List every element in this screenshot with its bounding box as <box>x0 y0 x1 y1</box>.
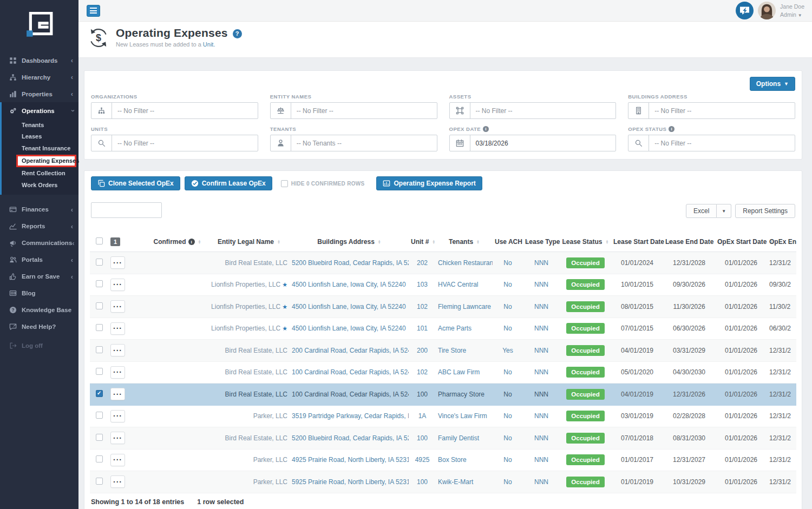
hide-confirmed-rows-toggle[interactable]: HIDE 0 CONFIRMED ROWS <box>281 180 365 187</box>
excel-caret-button[interactable]: ▼ <box>717 204 731 218</box>
sidebar-item-earn-or-save[interactable]: Earn or Save‹ <box>0 268 78 285</box>
entity-link[interactable]: Lionfish Properties, LLC <box>211 281 280 288</box>
row-actions-button[interactable]: ··· <box>110 366 125 379</box>
address-link[interactable]: 5925 Prairie Road, North Liberty, IA 523… <box>292 478 409 486</box>
sidebar-item-rent-collection[interactable]: Rent Collection <box>2 168 78 180</box>
sidebar-item-work-orders[interactable]: Work Orders <box>2 179 78 191</box>
column-header-opex-start-date[interactable]: OpEx Start Date▲▼ <box>715 235 767 252</box>
row-checkbox[interactable] <box>96 259 103 266</box>
organizations-filter-input[interactable]: -- No Filter -- <box>91 102 258 119</box>
row-actions-button[interactable]: ··· <box>110 279 125 291</box>
row-actions-button[interactable]: ··· <box>110 410 125 422</box>
row-checkbox[interactable] <box>96 280 103 287</box>
sidebar-item-reports[interactable]: Reports‹ <box>0 218 78 235</box>
unit-link[interactable]: Unit. <box>203 41 215 48</box>
table-search-input[interactable] <box>91 202 162 218</box>
sidebar-item-leases[interactable]: Leases <box>2 131 78 143</box>
tenant-link[interactable]: Fleming Lawncare <box>438 303 491 310</box>
row-checkbox[interactable] <box>96 390 103 397</box>
options-button[interactable]: Options▼ <box>750 77 795 91</box>
excel-button[interactable]: Excel <box>686 204 717 218</box>
opex-date-filter-input[interactable]: 03/18/2026 <box>449 135 617 151</box>
sidebar-item-tenants[interactable]: Tenants <box>2 119 78 131</box>
entity-link[interactable]: Bird Real Estate, LLC <box>225 259 287 267</box>
entity-link[interactable]: Bird Real Estate, LLC <box>225 391 287 398</box>
feedback-chat-icon[interactable] <box>736 2 754 19</box>
tenant-link[interactable]: Pharmacy Store <box>438 391 484 398</box>
tenant-link[interactable]: HVAC Central <box>438 281 478 288</box>
sidebar-item-blog[interactable]: Blog <box>0 285 78 302</box>
row-checkbox[interactable] <box>96 455 103 462</box>
entity-link[interactable]: Lionfish Properties, LLC <box>211 325 280 332</box>
unit-link[interactable]: 102 <box>417 303 428 310</box>
sidebar-item-knowledge-base[interactable]: ?Knowledge Base <box>0 302 78 319</box>
user-avatar[interactable] <box>758 2 776 19</box>
column-header-confirmed[interactable]: Confirmedi▲▼ <box>146 235 208 252</box>
entity-link[interactable]: Bird Real Estate, LLC <box>225 368 287 376</box>
confirm-lease-opex-button[interactable]: Confirm Lease OpEx <box>185 176 272 190</box>
help-icon[interactable]: ? <box>233 29 242 38</box>
entity-link[interactable]: Parker, LLC <box>253 478 287 486</box>
sidebar-item-finances[interactable]: Finances‹ <box>0 201 78 218</box>
tenant-link[interactable]: ABC Law Firm <box>438 368 480 376</box>
column-header-lease-type[interactable]: Lease Type▲▼ <box>523 235 560 252</box>
column-header-use-ach[interactable]: Use ACH▲▼ <box>493 235 523 252</box>
sidebar-item-log-off[interactable]: Log off <box>0 338 78 354</box>
entity-link[interactable]: Bird Real Estate, LLC <box>225 347 287 354</box>
select-all-checkbox[interactable] <box>96 237 103 244</box>
row-actions-button[interactable]: ··· <box>110 322 125 335</box>
column-header-entity-legal-name[interactable]: Entity Legal Name▲▼ <box>208 235 290 252</box>
tenant-link[interactable]: Box Store <box>438 456 467 464</box>
entity-link[interactable]: Bird Real Estate, LLC <box>225 434 287 442</box>
unit-link[interactable]: 1A <box>418 412 427 420</box>
address-link[interactable]: 4500 Lionfish Lane, Iowa City, IA 52240 <box>292 281 406 288</box>
address-link[interactable]: 100 Cardinal Road, Cedar Rapids, IA 5240… <box>292 368 409 376</box>
tenant-link[interactable]: Family Dentist <box>438 434 479 442</box>
column-header-buildings-address[interactable]: Buildings Address▲▼ <box>290 235 409 252</box>
unit-link[interactable]: 202 <box>417 259 428 267</box>
unit-link[interactable]: 200 <box>417 347 428 354</box>
column-header-lease-end-date[interactable]: Lease End Date▲▼ <box>663 235 715 252</box>
buildings-address-filter-input[interactable]: -- No Filter -- <box>628 102 795 119</box>
unit-link[interactable]: 101 <box>417 325 428 332</box>
units-filter-input[interactable]: -- No Filter -- <box>91 135 258 151</box>
row-checkbox[interactable] <box>96 434 103 441</box>
row-actions-button[interactable]: ··· <box>110 432 125 444</box>
column-header-lease-status[interactable]: Lease Status▲▼ <box>560 235 611 252</box>
sidebar-item-properties[interactable]: Properties‹ <box>0 85 78 102</box>
row-checkbox[interactable] <box>96 324 103 331</box>
entity-link[interactable]: Lionfish Properties, LLC <box>211 303 280 310</box>
address-link[interactable]: 4925 Prairie Road, North Liberty, IA 523… <box>292 456 409 464</box>
address-link[interactable]: 100 Cardinal Road, Cedar Rapids, IA 5240… <box>292 391 409 398</box>
tenant-link[interactable]: Acme Parts <box>438 325 472 332</box>
sidebar-item-dashboards[interactable]: Dashboards‹ <box>0 52 78 69</box>
address-link[interactable]: 4500 Lionfish Lane, Iowa City, IA 52240 <box>292 303 406 310</box>
tenant-link[interactable]: Tire Store <box>438 347 466 354</box>
opex-status-filter-input[interactable]: -- No Filter -- <box>628 135 795 151</box>
row-checkbox[interactable] <box>96 478 103 485</box>
report-settings-button[interactable]: Report Settings <box>735 204 795 218</box>
address-link[interactable]: 3519 Partridge Parkway, Cedar Rapids, IA… <box>292 412 409 420</box>
entity-names-filter-input[interactable]: -- No Filter -- <box>270 102 437 119</box>
address-link[interactable]: 5200 Bluebird Road, Cedar Rapids, IA 524… <box>292 259 409 267</box>
operating-expense-report-button[interactable]: Operating Expense Report <box>376 176 482 190</box>
sidebar-item-operations[interactable]: Operations‹ <box>2 102 78 119</box>
row-actions-button[interactable]: ··· <box>110 454 125 466</box>
tenant-link[interactable]: Vince's Law Firm <box>438 412 487 420</box>
tenants-filter-input[interactable]: -- No Tenants -- <box>270 135 437 151</box>
entity-link[interactable]: Parker, LLC <box>253 456 287 464</box>
sidebar-item-hierarchy[interactable]: Hierarchy‹ <box>0 69 78 85</box>
entity-link[interactable]: Parker, LLC <box>253 412 287 420</box>
address-link[interactable]: 4500 Lionfish Lane, Iowa City, IA 52240 <box>292 325 406 332</box>
column-header-opex-end-date[interactable]: OpEx End Date▲▼ <box>767 235 796 252</box>
sidebar-item-operating-expenses[interactable]: Operating Expenses <box>16 155 76 167</box>
row-checkbox[interactable] <box>96 346 103 353</box>
column-header-tenants[interactable]: Tenants▲▼ <box>436 235 493 252</box>
unit-link[interactable]: 103 <box>417 281 428 288</box>
address-link[interactable]: 5200 Bluebird Road, Cedar Rapids, IA 524… <box>292 434 409 442</box>
unit-link[interactable]: 100 <box>417 434 428 442</box>
address-link[interactable]: 200 Cardinal Road, Cedar Rapids, IA 5240… <box>292 347 409 354</box>
sidebar-item-portals[interactable]: Portals‹ <box>0 252 78 268</box>
sidebar-item-need-help[interactable]: Need Help? <box>0 319 78 335</box>
menu-toggle-button[interactable] <box>87 5 100 17</box>
